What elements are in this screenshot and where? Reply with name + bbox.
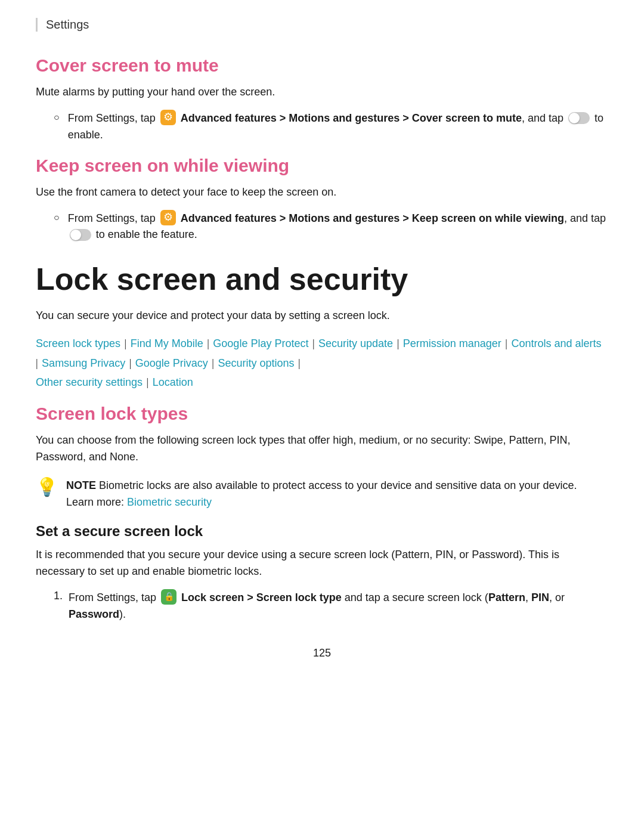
link-find-my-mobile[interactable]: Find My Mobile [131, 337, 203, 349]
link-screen-lock-types[interactable]: Screen lock types [36, 337, 120, 349]
link-google-privacy[interactable]: Google Privacy [135, 357, 208, 369]
keep-screen-title: Keep screen on while viewing [36, 156, 608, 176]
set-secure-lock-body: It is recommended that you secure your d… [36, 547, 608, 580]
toggle-icon-1 [568, 112, 590, 124]
separator-5: | [503, 337, 507, 349]
cover-screen-title: Cover screen to mute [36, 55, 608, 76]
link-other-security-settings[interactable]: Other security settings [36, 376, 143, 388]
numbered-item-1: 1. From Settings, tap Lock screen > Scre… [54, 590, 608, 623]
links-row: Screen lock types | Find My Mobile | Goo… [36, 334, 608, 392]
keep-screen-bullet-text: From Settings, tap Advanced features > M… [68, 210, 608, 244]
link-security-update[interactable]: Security update [318, 337, 393, 349]
section-lock-screen-security: Lock screen and security You can secure … [36, 261, 608, 392]
settings-icon-1 [160, 110, 176, 125]
separator-9: | [296, 357, 301, 369]
separator-8: | [209, 357, 214, 369]
link-security-options[interactable]: Security options [218, 357, 294, 369]
lock-screen-title: Lock screen and security [36, 261, 608, 297]
link-google-play-protect[interactable]: Google Play Protect [213, 337, 308, 349]
section-screen-lock-types: Screen lock types You can choose from th… [36, 404, 608, 511]
page-header: Settings [36, 18, 608, 32]
keep-screen-bullet: ○ From Settings, tap Advanced features >… [54, 210, 608, 244]
set-secure-lock-title: Set a secure screen lock [36, 523, 608, 540]
lock-icon-1 [161, 589, 177, 605]
link-permission-manager[interactable]: Permission manager [403, 337, 501, 349]
link-controls-alerts[interactable]: Controls and alerts [511, 337, 601, 349]
separator-3: | [309, 337, 314, 349]
note-content: NOTE Biometric locks are also available … [66, 478, 577, 511]
separator-2: | [205, 337, 209, 349]
note-box: 💡 NOTE Biometric locks are also availabl… [36, 478, 608, 511]
cover-screen-bullet: ○ From Settings, tap Advanced features >… [54, 110, 608, 144]
header-label: Settings [46, 18, 89, 31]
note-lightbulb-icon: 💡 [36, 476, 58, 497]
lock-screen-body: You can secure your device and protect y… [36, 308, 608, 324]
settings-icon-2 [160, 210, 176, 225]
bullet-circle-icon: ○ [54, 112, 60, 123]
note-label: NOTE [66, 479, 96, 491]
toggle-icon-2 [70, 229, 91, 241]
numbered-item-text-1: From Settings, tap Lock screen > Screen … [69, 590, 608, 623]
bullet-circle-icon-2: ○ [54, 212, 60, 223]
keep-screen-body: Use the front camera to detect your face… [36, 184, 608, 201]
link-location[interactable]: Location [153, 376, 193, 388]
cover-screen-bullet-text: From Settings, tap Advanced features > M… [68, 110, 608, 144]
page-number: 125 [36, 647, 608, 659]
separator-1: | [122, 337, 126, 349]
page-container: Settings Cover screen to mute Mute alarm… [0, 0, 644, 833]
separator-4: | [394, 337, 399, 349]
link-samsung-privacy[interactable]: Samsung Privacy [42, 357, 125, 369]
numbered-label-1: 1. [54, 590, 63, 602]
section-set-secure-lock: Set a secure screen lock It is recommend… [36, 523, 608, 623]
link-biometric-security[interactable]: Biometric security [127, 496, 212, 508]
screen-lock-types-body: You can choose from the following screen… [36, 432, 608, 466]
section-cover-screen-to-mute: Cover screen to mute Mute alarms by putt… [36, 55, 608, 144]
section-keep-screen-on: Keep screen on while viewing Use the fro… [36, 156, 608, 244]
separator-7: | [126, 357, 131, 369]
screen-lock-types-title: Screen lock types [36, 404, 608, 424]
cover-screen-body: Mute alarms by putting your hand over th… [36, 84, 608, 101]
separator-10: | [144, 376, 148, 388]
separator-6: | [36, 357, 38, 369]
